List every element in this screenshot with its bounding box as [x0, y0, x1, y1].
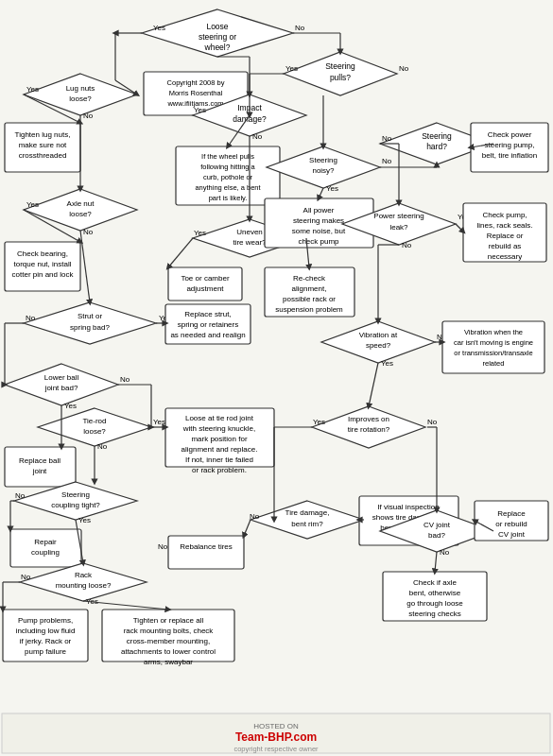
svg-text:Replace: Replace: [497, 509, 526, 518]
svg-text:Yes: Yes: [153, 24, 165, 32]
svg-text:attachments to lower control: attachments to lower control: [121, 647, 216, 656]
svg-text:Yes: Yes: [64, 402, 77, 410]
svg-text:No: No: [120, 375, 130, 384]
svg-text:Lug nuts: Lug nuts: [66, 84, 95, 93]
svg-text:go through loose: go through loose: [406, 599, 463, 608]
svg-text:No: No: [295, 24, 305, 32]
svg-text:No: No: [26, 314, 36, 322]
svg-text:steering checks: steering checks: [408, 610, 461, 618]
svg-text:Yes: Yes: [381, 359, 393, 368]
svg-text:Re-check: Re-check: [293, 274, 326, 283]
svg-text:necessary: necessary: [488, 252, 522, 261]
svg-text:Rebalance tires: Rebalance tires: [180, 542, 233, 551]
svg-text:Replace or: Replace or: [487, 232, 524, 240]
svg-text:CV joint: CV joint: [498, 530, 526, 539]
svg-text:Check bearing,: Check bearing,: [17, 249, 68, 258]
svg-text:following hitting a: following hitting a: [200, 163, 255, 171]
svg-text:Replace strut,: Replace strut,: [184, 310, 231, 318]
svg-text:Rack: Rack: [75, 571, 93, 579]
svg-text:Steering: Steering: [422, 131, 452, 141]
svg-text:hard?: hard?: [426, 142, 447, 151]
svg-text:Tighten lug nuts,: Tighten lug nuts,: [15, 130, 71, 139]
svg-text:HOSTED ON: HOSTED ON: [253, 722, 299, 730]
svg-text:Steering: Steering: [61, 490, 90, 499]
svg-text:or rebuild: or rebuild: [495, 520, 527, 528]
svg-text:If visual inspection: If visual inspection: [377, 503, 439, 511]
svg-text:Power steering: Power steering: [373, 212, 423, 220]
svg-text:loose?: loose?: [69, 210, 92, 218]
svg-text:part is likely.: part is likely.: [209, 194, 248, 202]
svg-text:Steering: Steering: [309, 156, 337, 164]
svg-text:Yes: Yes: [78, 516, 91, 524]
svg-text:mark position for: mark position for: [191, 435, 247, 443]
svg-text:with steering knuckle,: with steering knuckle,: [182, 424, 255, 433]
svg-text:rebuild as: rebuild as: [489, 242, 522, 250]
svg-text:rack mounting bolts, check: rack mounting bolts, check: [124, 627, 215, 635]
svg-text:make sure not: make sure not: [19, 141, 67, 149]
svg-text:wheel?: wheel?: [204, 43, 231, 52]
svg-text:Tie-rod: Tie-rod: [82, 417, 106, 425]
svg-text:No: No: [15, 491, 26, 500]
svg-text:Check pump,: Check pump,: [482, 211, 527, 219]
svg-text:speed?: speed?: [366, 341, 391, 350]
svg-text:Uneven: Uneven: [236, 228, 263, 236]
flowchart-container: Example logic flow chart for troubleshoo…: [0, 0, 553, 756]
svg-text:joint: joint: [32, 467, 47, 475]
svg-text:loose?: loose?: [69, 94, 92, 103]
svg-text:All power: All power: [303, 206, 335, 215]
svg-text:Pump problems,: Pump problems,: [18, 616, 73, 625]
svg-text:No: No: [83, 228, 94, 236]
svg-text:Check if axle: Check if axle: [413, 578, 457, 587]
svg-text:No: No: [83, 112, 94, 120]
svg-text:Morris Rosenthal: Morris Rosenthal: [169, 89, 223, 97]
svg-text:alignment and replace.: alignment and replace.: [181, 445, 258, 454]
svg-text:arms, swaybar: arms, swaybar: [144, 658, 193, 666]
svg-text:possible rack or: possible rack or: [283, 295, 336, 303]
svg-text:No: No: [399, 64, 409, 73]
svg-text:Toe or camber: Toe or camber: [181, 274, 229, 283]
svg-text:joint bad?: joint bad?: [44, 384, 78, 392]
svg-text:Tighten or replace all: Tighten or replace all: [133, 616, 204, 625]
svg-text:No: No: [97, 442, 108, 451]
svg-text:if jerky. Rack or: if jerky. Rack or: [20, 637, 72, 645]
svg-text:Loose at tie rod joint: Loose at tie rod joint: [185, 414, 254, 422]
svg-text:cross-member mounting,: cross-member mounting,: [127, 637, 210, 645]
svg-text:Replace ball: Replace ball: [19, 456, 60, 465]
svg-text:steering pump,: steering pump,: [485, 141, 535, 149]
svg-text:spring bad?: spring bad?: [70, 323, 110, 332]
svg-text:leak?: leak?: [389, 223, 408, 232]
svg-text:crossthreaded: crossthreaded: [19, 151, 67, 160]
svg-text:steering makes: steering makes: [293, 216, 344, 225]
svg-text:Check power: Check power: [488, 130, 532, 139]
svg-text:No: No: [21, 573, 31, 581]
svg-text:check pump: check pump: [298, 237, 339, 246]
svg-text:bad?: bad?: [428, 531, 445, 540]
svg-text:lines, rack seals.: lines, rack seals.: [476, 221, 532, 230]
svg-text:If the wheel pulls: If the wheel pulls: [201, 152, 254, 161]
svg-rect-78: [168, 536, 244, 569]
svg-text:Yes: Yes: [313, 418, 325, 426]
svg-text:Steering: Steering: [325, 61, 355, 71]
svg-text:adjustment: adjustment: [186, 284, 224, 293]
svg-text:including low fluid: including low fluid: [16, 627, 76, 635]
svg-text:bent, otherwise: bent, otherwise: [409, 589, 461, 597]
svg-text:Lower ball: Lower ball: [44, 373, 79, 382]
svg-text:alignment,: alignment,: [292, 284, 327, 293]
svg-text:pulls?: pulls?: [330, 73, 351, 82]
svg-text:No: No: [440, 548, 450, 557]
svg-text:No: No: [252, 132, 263, 141]
svg-text:or transmission/transaxle: or transmission/transaxle: [454, 349, 532, 357]
svg-text:Yes: Yes: [153, 418, 165, 426]
svg-text:No: No: [427, 418, 438, 426]
svg-text:Yes: Yes: [26, 85, 39, 94]
svg-text:anything else, a bent: anything else, a bent: [195, 183, 261, 192]
svg-text:Repair: Repair: [34, 538, 57, 546]
svg-text:No: No: [402, 241, 412, 249]
svg-text:Yes: Yes: [194, 106, 206, 114]
svg-text:related: related: [483, 359, 505, 368]
svg-text:Yes: Yes: [326, 184, 338, 193]
svg-text:as needed and realign: as needed and realign: [170, 331, 245, 339]
svg-text:tire wear?: tire wear?: [233, 238, 267, 247]
svg-text:mounting loose?: mounting loose?: [56, 581, 112, 590]
svg-text:Loose: Loose: [206, 22, 228, 31]
